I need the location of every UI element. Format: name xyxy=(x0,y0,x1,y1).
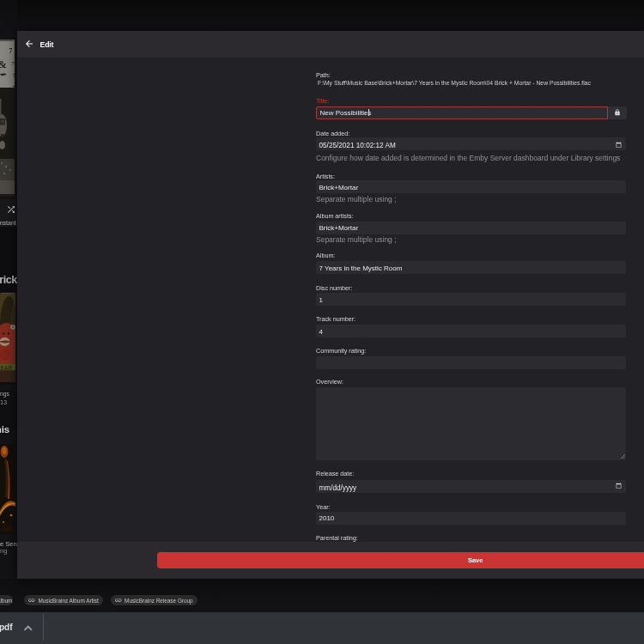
svg-text:&: & xyxy=(0,58,7,70)
svg-text:7: 7 xyxy=(13,72,15,79)
svg-text:7: 7 xyxy=(13,84,15,91)
svg-text:7: 7 xyxy=(12,61,15,66)
svg-text:EAR: EAR xyxy=(1,365,13,371)
svg-text:7: 7 xyxy=(9,47,13,55)
